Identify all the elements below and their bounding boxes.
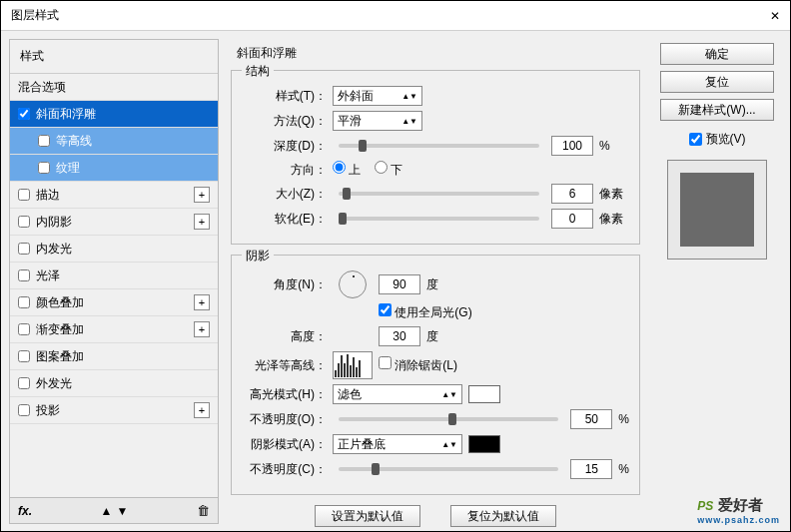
plus-icon[interactable]: + (194, 214, 210, 230)
plus-icon[interactable]: + (194, 402, 210, 418)
item-inner-shadow[interactable]: 内阴影+ (10, 209, 218, 236)
dir-up[interactable]: 上 (333, 161, 361, 179)
technique-label: 方法(Q)： (242, 113, 327, 130)
cancel-button[interactable]: 复位 (660, 71, 774, 93)
chk-satin[interactable] (18, 269, 30, 281)
item-stroke[interactable]: 描边+ (10, 182, 218, 209)
depth-slider[interactable] (339, 144, 539, 148)
plus-icon[interactable]: + (194, 294, 210, 310)
chk-bevel[interactable] (18, 108, 30, 120)
preview-box (667, 160, 767, 260)
item-pattern-overlay[interactable]: 图案叠加 (10, 343, 218, 370)
direction-label: 方向： (242, 162, 327, 179)
angle-input[interactable]: 90 (379, 274, 420, 294)
size-input[interactable]: 6 (551, 184, 593, 204)
altitude-input[interactable]: 30 (379, 326, 420, 346)
item-contour[interactable]: 等高线 (10, 128, 218, 155)
angle-label: 角度(N)： (242, 276, 327, 293)
item-outer-glow[interactable]: 外发光 (10, 370, 218, 397)
soften-slider[interactable] (339, 217, 539, 221)
chk-pattoverlay[interactable] (18, 350, 30, 362)
shadow-color[interactable] (468, 435, 500, 453)
chk-stroke[interactable] (18, 189, 30, 201)
chk-gradoverlay[interactable] (18, 323, 30, 335)
altitude-label: 高度： (242, 328, 327, 345)
gloss-contour[interactable] (333, 351, 373, 379)
depth-label: 深度(D)： (242, 138, 327, 155)
item-color-overlay[interactable]: 颜色叠加+ (10, 289, 218, 316)
highlight-opacity-label: 不透明度(O)： (242, 411, 327, 428)
blending-options[interactable]: 混合选项 (10, 74, 218, 101)
ok-button[interactable]: 确定 (660, 43, 774, 65)
reset-default-button[interactable]: 复位为默认值 (450, 505, 556, 527)
item-bevel[interactable]: 斜面和浮雕 (10, 101, 218, 128)
chk-dropshadow[interactable] (18, 404, 30, 416)
soften-label: 软化(E)： (242, 211, 327, 228)
size-slider[interactable] (339, 192, 539, 196)
arrow-down-icon[interactable]: ▼ (117, 504, 129, 518)
trash-icon[interactable]: 🗑 (197, 503, 210, 518)
highlight-opacity-slider[interactable] (339, 417, 558, 421)
highlight-mode-label: 高光模式(H)： (242, 386, 327, 403)
style-label: 样式(T)： (242, 88, 327, 105)
item-drop-shadow[interactable]: 投影+ (10, 397, 218, 424)
shadow-mode-combo[interactable]: 正片叠底▲▼ (333, 434, 462, 454)
technique-combo[interactable]: 平滑▲▼ (333, 111, 422, 131)
gloss-label: 光泽等高线： (242, 357, 327, 374)
watermark: PS 爱好者 www.psahz.com (697, 496, 780, 525)
panel-heading: 斜面和浮雕 (237, 45, 640, 62)
fx-menu[interactable]: fx. (18, 504, 32, 518)
plus-icon[interactable]: + (194, 321, 210, 337)
preview-checkbox[interactable]: 预览(V) (689, 131, 746, 148)
style-combo[interactable]: 外斜面▲▼ (333, 86, 422, 106)
set-default-button[interactable]: 设置为默认值 (315, 505, 420, 527)
shading-group: 阴影 角度(N)： 90度 使用全局光(G) 高度：30度 光泽等高线： 消除锯… (231, 255, 640, 495)
highlight-color[interactable] (468, 385, 500, 403)
shading-title: 阴影 (242, 248, 274, 265)
chk-coloroverlay[interactable] (18, 296, 30, 308)
dir-down[interactable]: 下 (375, 161, 402, 179)
chk-innershadow[interactable] (18, 216, 30, 228)
item-gradient-overlay[interactable]: 渐变叠加+ (10, 316, 218, 343)
shadow-opacity-label: 不透明度(C)： (242, 461, 327, 478)
structure-group: 结构 样式(T)：外斜面▲▼ 方法(Q)：平滑▲▼ 深度(D)：100% 方向：… (231, 70, 640, 245)
window-title: 图层样式 (11, 7, 59, 24)
size-label: 大小(Z)： (242, 186, 327, 203)
plus-icon[interactable]: + (194, 187, 210, 203)
shadow-opacity-input[interactable]: 15 (570, 459, 612, 479)
styles-header: 样式 (10, 40, 218, 74)
styles-panel: 样式 混合选项 斜面和浮雕 等高线 纹理 描边+ 内阴影+ 内发光 光泽 颜色叠… (9, 39, 219, 524)
chk-contour[interactable] (38, 135, 50, 147)
highlight-opacity-input[interactable]: 50 (570, 409, 612, 429)
shadow-mode-label: 阴影模式(A)： (242, 436, 327, 453)
close-icon[interactable]: ✕ (770, 9, 780, 23)
chk-outerglow[interactable] (18, 377, 30, 389)
structure-title: 结构 (242, 63, 274, 80)
depth-input[interactable]: 100 (551, 136, 593, 156)
angle-dial[interactable] (339, 270, 367, 298)
soften-input[interactable]: 0 (551, 209, 593, 229)
arrow-up-icon[interactable]: ▲ (101, 504, 113, 518)
item-texture[interactable]: 纹理 (10, 155, 218, 182)
item-satin[interactable]: 光泽 (10, 263, 218, 289)
highlight-mode-combo[interactable]: 滤色▲▼ (333, 384, 462, 404)
new-style-button[interactable]: 新建样式(W)... (660, 99, 774, 121)
shadow-opacity-slider[interactable] (339, 467, 558, 471)
item-inner-glow[interactable]: 内发光 (10, 236, 218, 263)
global-light[interactable]: 使用全局光(G) (379, 303, 472, 321)
antialias[interactable]: 消除锯齿(L) (379, 356, 457, 374)
chk-innerglow[interactable] (18, 243, 30, 255)
chk-texture[interactable] (38, 162, 50, 174)
